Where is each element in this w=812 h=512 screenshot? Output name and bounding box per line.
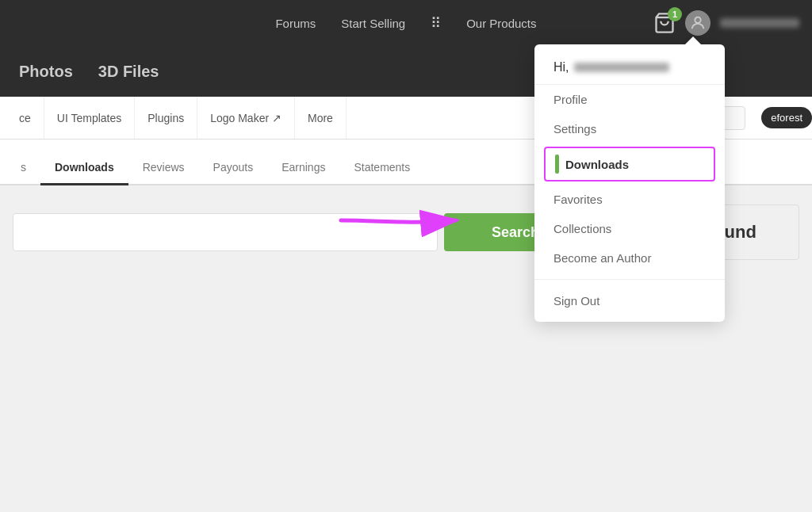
dropdown-header: Hi, [534, 44, 725, 85]
our-products-link[interactable]: Our Products [466, 17, 536, 30]
user-icon [689, 14, 707, 32]
hi-label: Hi, [553, 60, 569, 75]
dropdown-divider [534, 279, 725, 280]
forums-link[interactable]: Forums [275, 17, 316, 30]
top-nav-right: 1 [653, 0, 812, 46]
dropdown-favorites[interactable]: Favorites [534, 185, 725, 214]
photos-link[interactable]: Photos [19, 63, 73, 81]
cart-badge: 1 [668, 7, 682, 21]
dropdown-downloads[interactable]: Downloads [544, 147, 715, 181]
tab-s[interactable]: s [6, 151, 40, 185]
username-display [720, 18, 799, 28]
dropdown-become-author[interactable]: Become an Author [534, 243, 725, 273]
user-avatar[interactable] [685, 10, 710, 36]
nav-item-logo-maker[interactable]: Logo Maker ↗ [197, 97, 295, 139]
cart-icon-wrap[interactable]: 1 [653, 12, 676, 34]
nav-item-ui-templates[interactable]: UI Templates [44, 97, 135, 139]
tab-statements[interactable]: Statements [339, 151, 424, 185]
dropdown-greeting: Hi, [553, 60, 706, 75]
dropdown-settings[interactable]: Settings [534, 114, 725, 143]
search-input[interactable] [13, 213, 438, 251]
tab-downloads[interactable]: Downloads [40, 151, 128, 185]
nav-item-ce[interactable]: ce [6, 97, 44, 139]
dropdown-downloads-label: Downloads [565, 158, 629, 171]
dropdown-username [574, 63, 669, 72]
dropdown-profile[interactable]: Profile [534, 85, 725, 114]
tab-payouts[interactable]: Payouts [199, 151, 268, 185]
dropdown-sign-out[interactable]: Sign Out [534, 286, 725, 315]
green-bar-icon [555, 155, 559, 174]
user-dropdown: Hi, Profile Settings Downloads Favorites… [534, 44, 725, 322]
dropdown-triangle [685, 36, 701, 44]
envato-logo: eforest [761, 107, 812, 128]
tab-earnings[interactable]: Earnings [267, 151, 339, 185]
nav-item-more[interactable]: More [295, 97, 347, 139]
start-selling-link[interactable]: Start Selling [341, 17, 405, 30]
grid-icon: ⠿ [431, 14, 441, 32]
3d-files-link[interactable]: 3D Files [98, 63, 159, 81]
svg-point-1 [695, 17, 700, 23]
tab-reviews[interactable]: Reviews [128, 151, 199, 185]
nav-item-plugins[interactable]: Plugins [135, 97, 197, 139]
dropdown-collections[interactable]: Collections [534, 214, 725, 243]
